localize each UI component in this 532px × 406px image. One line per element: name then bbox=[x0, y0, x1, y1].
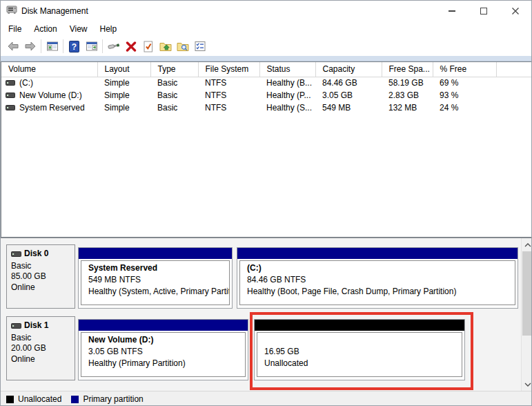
vertical-scrollbar[interactable] bbox=[521, 238, 532, 391]
volume-name: (C:) bbox=[19, 78, 33, 88]
folder-search-button[interactable] bbox=[174, 38, 191, 55]
partition-unallocated[interactable]: 16.95 GB Unallocated bbox=[254, 319, 465, 380]
cell-free-space: 58.19 GB bbox=[382, 77, 433, 89]
cell-type: Basic bbox=[150, 102, 198, 114]
disk-management-window: Disk Management File Action View Help bbox=[0, 0, 532, 406]
show-action-pane-button[interactable] bbox=[83, 38, 100, 55]
volume-table: Volume Layout Type File System Status Ca… bbox=[1, 62, 532, 114]
cell-pct-free: 69 % bbox=[433, 77, 496, 89]
volume-name: System Reserved bbox=[19, 103, 85, 113]
partition-color-bar bbox=[79, 248, 232, 259]
cell-status: Healthy (B... bbox=[259, 77, 315, 89]
cell-free-space: 132 MB bbox=[382, 102, 433, 114]
partition-title: (C:) bbox=[247, 262, 512, 274]
minimize-button[interactable] bbox=[436, 1, 468, 21]
partition-c[interactable]: (C:) 84.46 GB NTFS Healthy (Boot, Page F… bbox=[237, 247, 518, 309]
column-header-volume[interactable]: Volume bbox=[1, 62, 97, 77]
table-row-system-reserved[interactable]: System Reserved Simple Basic NTFS Health… bbox=[1, 102, 532, 114]
column-header-capacity[interactable]: Capacity bbox=[315, 62, 382, 77]
volume-drive-icon bbox=[6, 105, 15, 110]
volume-name: New Volume (D:) bbox=[19, 90, 82, 100]
delete-x-icon bbox=[126, 41, 137, 52]
cell-capacity: 84.46 GB bbox=[315, 77, 382, 89]
chevron-up-icon bbox=[524, 243, 531, 247]
folder-up-button[interactable] bbox=[157, 38, 174, 55]
minimize-icon bbox=[449, 10, 455, 12]
toolbar: ? bbox=[1, 37, 531, 56]
window-title: Disk Management bbox=[21, 6, 88, 16]
maximize-button[interactable] bbox=[468, 1, 500, 21]
disk0-row: Disk 0 Basic 85.00 GB Online System Rese… bbox=[1, 244, 521, 313]
disk-type: Basic bbox=[11, 333, 75, 344]
column-header-free-space[interactable]: Free Spa... bbox=[382, 62, 433, 77]
legend-unallocated: Unallocated bbox=[18, 394, 61, 404]
folder-up-icon bbox=[159, 41, 172, 52]
partition-size: 549 MB NTFS bbox=[88, 274, 226, 286]
partition-color-bar bbox=[79, 320, 248, 331]
menu-bar: File Action View Help bbox=[1, 21, 531, 37]
table-header-row: Volume Layout Type File System Status Ca… bbox=[1, 62, 532, 77]
disk-drive-icon bbox=[11, 323, 21, 329]
partition-title: New Volume (D:) bbox=[88, 334, 242, 346]
disk0-label[interactable]: Disk 0 Basic 85.00 GB Online bbox=[6, 244, 75, 309]
menu-help[interactable]: Help bbox=[94, 21, 124, 37]
tool-button[interactable] bbox=[105, 38, 122, 55]
column-header-status[interactable]: Status bbox=[259, 62, 315, 77]
legend-primary-partition: Primary partition bbox=[83, 394, 143, 404]
table-row-c[interactable]: (C:) Simple Basic NTFS Healthy (B... 84.… bbox=[1, 77, 532, 89]
table-row-d[interactable]: New Volume (D:) Simple Basic NTFS Health… bbox=[1, 89, 532, 102]
properties-list-button[interactable] bbox=[191, 38, 208, 55]
unallocated-swatch-icon bbox=[6, 396, 14, 403]
toolbar-separator bbox=[41, 39, 41, 53]
column-header-file-system[interactable]: File System bbox=[198, 62, 259, 77]
back-button[interactable] bbox=[4, 38, 21, 55]
delete-volume-button[interactable] bbox=[122, 38, 139, 55]
disk-status: Online bbox=[11, 354, 75, 365]
partition-color-bar bbox=[255, 320, 464, 331]
action-pane-icon bbox=[86, 41, 98, 52]
disk-drive-icon bbox=[11, 251, 21, 257]
band-strip bbox=[1, 56, 531, 61]
column-header-type[interactable]: Type bbox=[150, 62, 198, 77]
back-arrow-icon bbox=[7, 41, 19, 52]
primary-partition-swatch-icon bbox=[71, 396, 79, 403]
menu-action[interactable]: Action bbox=[28, 21, 63, 37]
menu-view[interactable]: View bbox=[63, 21, 94, 37]
disk1-label[interactable]: Disk 1 Basic 20.00 GB Online bbox=[6, 316, 75, 380]
maximize-icon bbox=[480, 8, 487, 14]
cell-capacity: 3.05 GB bbox=[315, 89, 382, 102]
column-header-pct-free[interactable]: % Free bbox=[433, 62, 496, 77]
title-bar: Disk Management bbox=[1, 1, 531, 21]
help-button[interactable]: ? bbox=[66, 38, 83, 55]
disk-name: Disk 0 bbox=[24, 249, 48, 260]
check-document-button[interactable] bbox=[139, 38, 157, 55]
column-header-blank[interactable] bbox=[496, 62, 532, 77]
cell-status: Healthy (S... bbox=[259, 102, 315, 114]
volume-drive-icon bbox=[6, 93, 15, 98]
scroll-down-button[interactable] bbox=[522, 378, 532, 390]
partition-status: Healthy (System, Active, Primary Partit bbox=[88, 286, 226, 298]
help-icon: ? bbox=[69, 41, 79, 52]
app-disk-icon bbox=[6, 5, 17, 17]
scrollbar-thumb[interactable] bbox=[522, 251, 532, 336]
column-header-layout[interactable]: Layout bbox=[97, 62, 150, 77]
show-console-tree-button[interactable] bbox=[43, 38, 61, 55]
partition-new-volume-d[interactable]: New Volume (D:) 3.05 GB NTFS Healthy (Pr… bbox=[78, 319, 248, 380]
scroll-up-button[interactable] bbox=[522, 239, 532, 251]
partition-status: Healthy (Boot, Page File, Crash Dump, Pr… bbox=[247, 286, 512, 298]
menu-file[interactable]: File bbox=[2, 21, 28, 37]
check-document-icon bbox=[142, 41, 154, 52]
cell-file-system: NTFS bbox=[198, 102, 259, 114]
disk-status: Online bbox=[11, 282, 75, 293]
status-bar: Unallocated Primary partition bbox=[1, 391, 531, 406]
cell-layout: Simple bbox=[97, 89, 150, 102]
cell-capacity: 549 MB bbox=[315, 102, 382, 114]
disk-name: Disk 1 bbox=[24, 320, 48, 331]
volume-list-pane: Volume Layout Type File System Status Ca… bbox=[1, 61, 532, 238]
partition-status: Unallocated bbox=[264, 358, 459, 369]
partition-system-reserved[interactable]: System Reserved 549 MB NTFS Healthy (Sys… bbox=[78, 247, 233, 309]
close-button[interactable] bbox=[500, 1, 531, 21]
cell-free-space: 2.83 GB bbox=[382, 89, 433, 102]
forward-button[interactable] bbox=[21, 38, 39, 55]
partition-size: 16.95 GB bbox=[264, 346, 459, 358]
